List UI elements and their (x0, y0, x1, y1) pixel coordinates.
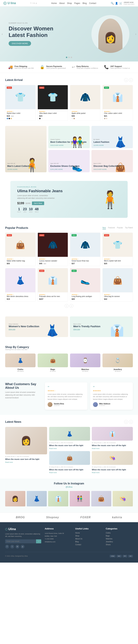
hero-dot-1[interactable] (66, 57, 67, 58)
nav-home[interactable]: Home (51, 2, 57, 4)
news-readmore[interactable]: Read more (92, 472, 133, 474)
product-name: Mini denim sleeveless dress (7, 296, 34, 297)
color-option[interactable] (39, 118, 41, 119)
mastercard-icon: MC (117, 555, 121, 558)
promo-link[interactable]: DISCOVER MORE (94, 168, 119, 170)
promo-badge: Sale 40% Off (50, 163, 80, 164)
products-prev[interactable]: ‹ (65, 304, 68, 308)
footer-newsletter: → (5, 540, 41, 543)
author-avatar (48, 402, 52, 407)
promo-link[interactable]: LEARN MORE (7, 168, 32, 170)
promo-title: Discover Bag Collection (94, 165, 119, 168)
filter-new[interactable]: New (102, 227, 106, 229)
color-option[interactable] (7, 118, 8, 119)
nav-blog[interactable]: Blog (83, 2, 87, 4)
footer-link[interactable]: Blog (75, 541, 102, 543)
news-readmore[interactable]: Read more (49, 472, 90, 474)
category-bags[interactable]: 👜 Bags 42 items (38, 354, 68, 372)
arrival-next[interactable]: › (129, 78, 133, 82)
womens-banner-link[interactable]: shop now (9, 328, 39, 330)
color-option[interactable] (72, 118, 73, 119)
news-readmore[interactable]: Read more (49, 448, 90, 449)
jeans-cta-button[interactable]: Get it Now (32, 202, 44, 205)
footer-link[interactable]: Contact (75, 544, 102, 546)
news-readmore[interactable]: Read more (92, 448, 133, 449)
instagram-handle[interactable]: @Ulina (5, 486, 133, 488)
footer-cat-link[interactable]: Cloths (106, 532, 133, 534)
footer-address-col: Address 1418 Riversi Drive, Suite 35 Buf… (45, 527, 72, 548)
twitter-icon[interactable]: t (10, 545, 14, 548)
product-name: Great Suzuri Khat mac (72, 260, 99, 262)
user-icon[interactable]: 👤 (115, 2, 118, 5)
news-meta: ★ Johny ★ Dec 1, 2021 ★ 4 Comment (49, 466, 90, 468)
category-jewellery[interactable]: 💍 Jewellery 38 items (102, 354, 133, 372)
footer-cat-link[interactable]: Jewellery (106, 541, 133, 543)
color-option[interactable] (41, 118, 42, 119)
hero-cta-button[interactable]: DISCOVER MORE (9, 41, 31, 46)
footer-email-input[interactable] (5, 540, 36, 543)
testimonials-cards: " ★★★★☆ Lorem ipsum dolor sit amet, cons… (45, 382, 133, 410)
nav-about[interactable]: About (59, 2, 64, 4)
cart-label[interactable]: ORDER NOWFREE DELIVERY (124, 2, 134, 5)
cart-icon[interactable]: 🛒 (119, 2, 122, 5)
footer-brand-col: Ulina Lorem ipsum dolor sit amet, consec… (5, 527, 41, 548)
pinterest-icon[interactable]: p (21, 545, 25, 548)
insta-item[interactable]: 👜 (91, 491, 111, 506)
latest-news-section: Latest News ‹ › 👩 ★ Johny ★ Dec 1, 2021 … (0, 415, 138, 478)
news-title-text: When the music over turn off the light (49, 444, 90, 447)
promo-title: Best Collection for Stylish Couple (50, 141, 86, 144)
category-watches[interactable]: ⌚ Watches 64 items (70, 354, 100, 372)
footer-cat-link[interactable]: Bags (106, 535, 133, 537)
promo-link[interactable]: LEARN MORE (94, 144, 109, 146)
hero-next-arrow[interactable]: › (135, 32, 136, 36)
promo-link[interactable]: DISCOVER MORE (50, 144, 86, 146)
products-next[interactable]: › (70, 304, 73, 308)
hero-prev-arrow[interactable]: ‹ (2, 32, 3, 36)
filter-featured[interactable]: Featured (108, 227, 115, 229)
color-option[interactable] (106, 118, 107, 119)
product-image: SALE 👕 (38, 85, 68, 109)
logo[interactable]: U Ulina (4, 1, 16, 5)
insta-item[interactable]: 👫 (70, 491, 90, 506)
nav-pages[interactable]: Pages (74, 2, 80, 4)
color-option[interactable] (74, 118, 75, 119)
search-icon[interactable]: 🔍 (111, 2, 114, 5)
insta-item[interactable]: 👩 (5, 491, 25, 506)
hero-dot-2[interactable] (68, 57, 70, 58)
footer-link[interactable]: Shop (75, 535, 102, 537)
color-option[interactable] (104, 118, 105, 119)
mens-banner-link[interactable]: shop now (73, 328, 100, 330)
news-meta: ★ Johny ★ Dec 1, 2021 ★ 4 Comment (92, 442, 133, 444)
insta-item[interactable]: 👗 (27, 491, 47, 506)
testimonial-2: " ★★★★★ Lorem ipsum dolor sit amet, cons… (90, 382, 133, 410)
promo-link[interactable]: EXPLORE MORE (50, 168, 80, 170)
instagram-icon[interactable]: in (16, 545, 19, 548)
insta-item[interactable]: 👒 (113, 491, 133, 506)
footer-cat-title: Categories (106, 527, 133, 530)
footer-link[interactable]: Home (75, 532, 102, 534)
filter-popular[interactable]: Popular (117, 227, 123, 229)
news-image: 👗 (49, 427, 90, 440)
news-next[interactable]: › (129, 420, 133, 424)
arrival-prev[interactable]: ‹ (124, 78, 128, 82)
category-cloths[interactable]: 👗 Cloths 186 items (5, 354, 36, 372)
footer-cat-link[interactable]: Shoes (106, 544, 133, 546)
insta-item[interactable]: 👔 (48, 491, 68, 506)
filter-top-rated[interactable]: Top Rated (125, 227, 133, 229)
testimonials-text: What Customers Say About Us Lorem ipsum … (5, 382, 40, 399)
color-option[interactable] (11, 118, 12, 119)
footer-cat-link[interactable]: Watches (106, 538, 133, 540)
latest-arrival-section: Latest Arrival ‹ › SALE 👕 ★★★★☆ Stylish … (0, 73, 138, 126)
color-option[interactable] (9, 118, 10, 119)
jewellery-image: 💍 (102, 354, 133, 367)
news-prev[interactable]: ‹ (124, 420, 128, 424)
news-image: 👔 (92, 427, 133, 440)
news-readmore[interactable]: Read more (5, 462, 47, 463)
hero-dot-3[interactable] (71, 57, 72, 58)
nav-shop[interactable]: Shop (67, 2, 72, 4)
facebook-icon[interactable]: f (5, 545, 9, 548)
shipping-desc: Start from all order over $50 (15, 67, 34, 69)
footer-link[interactable]: About Us (75, 538, 102, 540)
footer-subscribe-button[interactable]: → (36, 540, 41, 543)
nav-contact[interactable]: Contact (89, 2, 96, 4)
